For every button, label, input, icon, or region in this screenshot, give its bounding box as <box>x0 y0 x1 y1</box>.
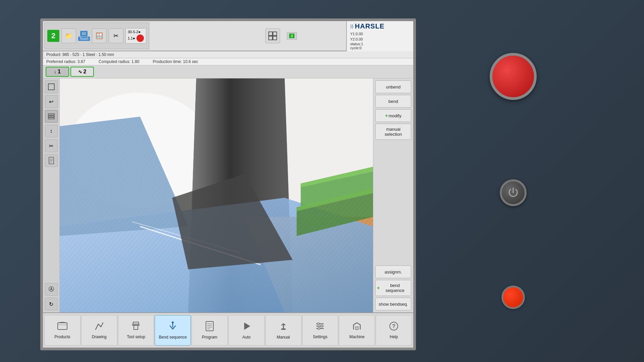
time-display: 30-5-2● 1.1● <box>125 28 146 44</box>
step-number-badge: 2 <box>47 30 59 42</box>
step-tabs: ↓ 1 ∿ 2 <box>43 65 413 78</box>
3d-viewport[interactable] <box>60 78 373 312</box>
auto-button[interactable]: Auto <box>228 315 265 346</box>
production-time: Production time: 10.6 sec <box>153 59 198 64</box>
time-sub: 1.1● <box>128 36 135 40</box>
left-toolbar: ↩ ↕ ✂ <box>43 78 60 312</box>
tool-setup-button[interactable]: Tool setup <box>118 315 154 346</box>
tab-step-1[interactable]: ↓ 1 <box>46 67 69 77</box>
settings-label: Settings <box>313 335 327 339</box>
info-bar: Product: 985 · 525 · 1 Steel · 1.50 mm <box>43 51 413 58</box>
brand-logo: HARSLE <box>355 22 384 30</box>
screen-num: 2 <box>289 34 294 38</box>
emergency-stop-button[interactable] <box>490 53 537 100</box>
frame-tool-btn[interactable] <box>45 80 58 93</box>
toolbar-left-group: 2 📁 60 Touch 🪟 ✂ 30-5-2● 1.1● <box>44 22 149 49</box>
screen-container: 2 📁 60 Touch 🪟 ✂ 30-5-2● 1.1● <box>40 18 416 350</box>
touch-badge: Touch <box>78 37 90 41</box>
tab2-label: 2 <box>84 69 87 75</box>
settings-button[interactable]: Settings <box>302 315 338 346</box>
y-values: Y1:0.00 Y2:0.00 <box>350 32 363 42</box>
svg-point-51 <box>317 323 319 325</box>
manual-icon <box>278 321 288 334</box>
top-toolbar: 2 📁 60 Touch 🪟 ✂ 30-5-2● 1.1● <box>43 21 413 51</box>
indicator-light[interactable] <box>501 286 525 309</box>
layers-tool-btn[interactable] <box>45 110 58 123</box>
rotate-tool-btn[interactable]: ↻ <box>45 298 58 310</box>
bend-seq-plus-icon: + <box>377 285 380 291</box>
svg-rect-5 <box>48 114 54 115</box>
windows-icon-btn[interactable]: 🪟 <box>92 28 107 43</box>
hardware-right-panel <box>382 0 644 362</box>
svg-rect-3 <box>273 36 277 40</box>
tab1-icon: ↓ <box>54 69 56 74</box>
cut-tool-btn[interactable]: ✂ <box>45 139 58 152</box>
drawing-button[interactable]: Drawing <box>81 315 117 346</box>
settings-icon <box>315 321 325 333</box>
svg-rect-4 <box>48 84 54 90</box>
products-label: Products <box>54 335 70 339</box>
svg-rect-39 <box>134 325 138 329</box>
program-button[interactable]: Program <box>192 315 228 346</box>
radius-info-bar: Preferred radius: 3.87 Computed radius: … <box>43 58 413 65</box>
svg-rect-37 <box>133 322 139 324</box>
screen-num-display: 2 <box>287 32 297 40</box>
tab2-icon: ∿ <box>78 69 82 74</box>
tab-step-2[interactable]: ∿ 2 <box>70 67 94 77</box>
folder-icon-btn[interactable]: 📁 <box>61 28 76 43</box>
auto-label: Auto <box>243 335 251 340</box>
computed-radius: Computed radius: 1.80 <box>99 59 139 64</box>
svg-rect-47 <box>281 328 286 330</box>
svg-rect-6 <box>48 116 54 117</box>
svg-rect-1 <box>273 32 277 36</box>
tool-setup-icon <box>130 321 141 333</box>
svg-point-40 <box>172 321 174 323</box>
back-tool-btn[interactable]: ↩ <box>45 95 58 108</box>
document-tool-btn[interactable] <box>45 154 58 167</box>
main-content: ↩ ↕ ✂ <box>43 78 413 312</box>
preferred-radius: Preferred radius: 3.87 <box>46 59 85 64</box>
machine-icon <box>352 321 362 333</box>
svg-rect-41 <box>206 321 213 331</box>
scroll-tool-btn[interactable]: ↕ <box>45 125 58 137</box>
products-icon <box>57 321 68 333</box>
program-icon <box>205 321 214 334</box>
text-tool-btn[interactable]: Ⓐ <box>45 283 58 296</box>
bend-sequence-icon <box>167 321 178 334</box>
products-button[interactable]: Products <box>44 315 80 346</box>
tool-setup-label: Tool setup <box>127 335 145 339</box>
time-top: 30-5-2● <box>128 30 144 34</box>
manual-label: Manual <box>277 335 290 340</box>
scissors-icon-btn[interactable]: ✂ <box>109 28 123 43</box>
svg-rect-0 <box>269 32 272 36</box>
svg-marker-46 <box>244 322 250 330</box>
tab1-label: 1 <box>58 69 61 75</box>
bend-sequence-nav-button[interactable]: Bend sequence <box>155 315 191 346</box>
bend-sequence-nav-label: Bend sequence <box>159 335 187 340</box>
svg-rect-34 <box>58 323 67 329</box>
machine-button[interactable]: Machine <box>339 315 375 346</box>
svg-rect-7 <box>48 118 54 119</box>
machine-label: Machine <box>350 335 365 339</box>
svg-point-52 <box>321 325 323 327</box>
status-display: status:1 cycle:0 <box>350 42 363 50</box>
drawing-label: Drawing <box>92 335 107 339</box>
product-info-text: Product: 985 · 525 · 1 Steel · 1.50 mm <box>46 52 114 57</box>
3d-scene <box>60 78 373 312</box>
grid-icon-btn[interactable] <box>265 28 280 43</box>
windows-badge: 60 <box>80 31 88 36</box>
program-label: Program <box>202 335 217 340</box>
record-icon <box>137 35 144 42</box>
svg-point-53 <box>318 327 320 329</box>
manual-button[interactable]: Manual <box>265 315 302 346</box>
auto-icon <box>241 321 252 334</box>
svg-rect-2 <box>269 36 272 40</box>
power-button[interactable] <box>500 179 527 206</box>
bottom-toolbar: Products Drawing <box>43 312 413 348</box>
machine-frame: 2 📁 60 Touch 🪟 ✂ 30-5-2● 1.1● <box>0 0 644 362</box>
drawing-icon <box>94 321 104 333</box>
